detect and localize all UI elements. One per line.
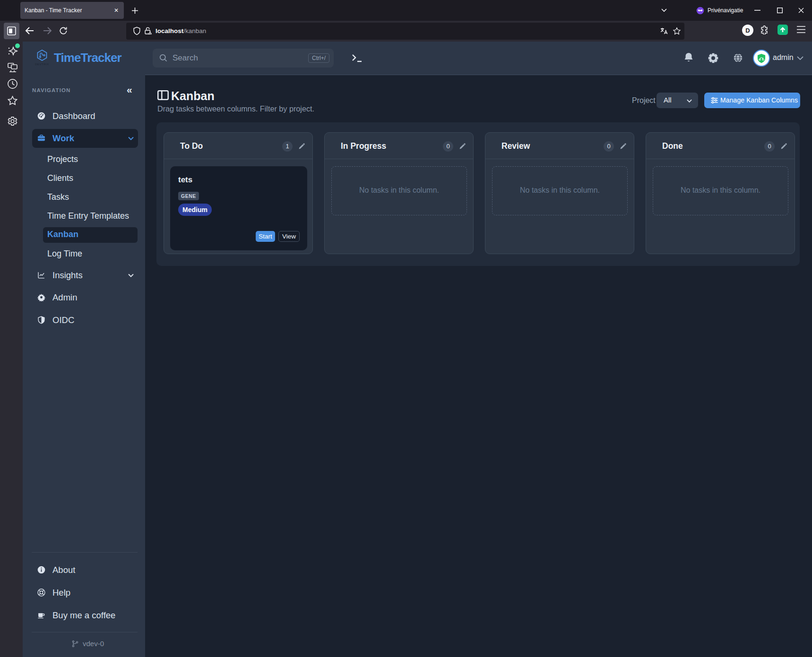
- svg-text:D: D: [745, 27, 750, 34]
